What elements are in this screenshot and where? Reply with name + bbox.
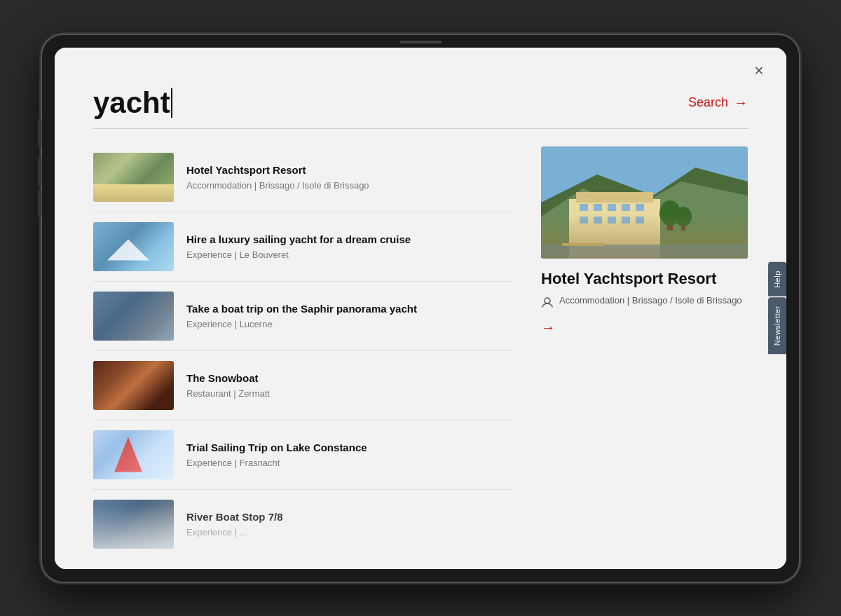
help-tab-label: Help	[773, 271, 781, 288]
result-info-3: Take a boat trip on the Saphir panorama …	[186, 302, 513, 329]
result-item-3[interactable]: Take a boat trip on the Saphir panorama …	[93, 282, 513, 351]
preview-title: Hotel Yachtsport Resort	[541, 270, 748, 288]
preview-meta-text: Accommodation | Brissago / Isole di Bris…	[559, 295, 742, 306]
modal-content: × yacht Search →	[55, 48, 786, 569]
result-item-4[interactable]: The Snowboat Restaurant | Zermatt	[93, 351, 513, 420]
result-item-1[interactable]: Hotel Yachtsport Resort Accommodation | …	[93, 143, 513, 212]
result-info-5: Trial Sailing Trip on Lake Constance Exp…	[186, 441, 513, 468]
result-title-3: Take a boat trip on the Saphir panorama …	[186, 302, 513, 316]
help-tab[interactable]: Help	[768, 262, 786, 296]
newsletter-tab-label: Newsletter	[773, 306, 781, 345]
search-button[interactable]: Search →	[688, 95, 748, 111]
accommodation-icon	[541, 296, 554, 308]
svg-rect-9	[636, 204, 644, 211]
result-thumb-5	[93, 430, 174, 479]
svg-rect-11	[594, 217, 602, 224]
screen: × yacht Search →	[55, 48, 786, 569]
svg-point-19	[675, 207, 692, 226]
result-meta-1: Accommodation | Brissago / Isole di Bris…	[186, 180, 513, 191]
result-item-5[interactable]: Trial Sailing Trip on Lake Constance Exp…	[93, 420, 513, 490]
newsletter-tab[interactable]: Newsletter	[768, 297, 786, 354]
results-area: Hotel Yachtsport Resort Accommodation | …	[55, 129, 786, 569]
result-meta-3: Experience | Lucerne	[186, 319, 513, 329]
svg-rect-4	[576, 192, 653, 203]
svg-rect-15	[541, 245, 748, 259]
search-query-text: yacht	[93, 86, 170, 120]
result-info-2: Hire a luxury sailing yacht for a dream …	[186, 233, 513, 260]
svg-rect-5	[580, 204, 588, 211]
svg-rect-8	[622, 204, 630, 211]
result-meta-6: Experience | ...	[186, 527, 513, 538]
result-info-4: The Snowboat Restaurant | Zermatt	[186, 371, 513, 399]
search-arrow-icon: →	[734, 95, 748, 111]
preview-image-svg	[541, 146, 748, 259]
search-button-label: Search	[688, 95, 728, 110]
svg-rect-14	[636, 217, 644, 224]
result-info-6: River Boat Stop 7/8 Experience | ...	[186, 510, 513, 538]
result-title-5: Trial Sailing Trip on Lake Constance	[186, 441, 513, 455]
result-thumb-3	[93, 292, 174, 341]
result-title-2: Hire a luxury sailing yacht for a dream …	[186, 233, 513, 247]
search-input-wrapper: yacht Search →	[93, 86, 748, 129]
preview-image	[541, 146, 748, 259]
result-item-6[interactable]: River Boat Stop 7/8 Experience | ...	[93, 490, 513, 559]
cursor-blink	[171, 88, 172, 118]
result-thumb-4	[93, 361, 174, 410]
svg-point-21	[545, 298, 550, 303]
result-thumb-1	[93, 153, 174, 202]
preview-meta: Accommodation | Brissago / Isole di Bris…	[541, 295, 748, 308]
search-area: yacht Search →	[55, 48, 786, 129]
result-title-6: River Boat Stop 7/8	[186, 510, 513, 524]
svg-rect-16	[667, 217, 673, 231]
result-meta-2: Experience | Le Bouveret	[186, 249, 513, 260]
result-meta-5: Experience | Frasnacht	[186, 458, 513, 468]
svg-rect-20	[562, 243, 604, 246]
result-title-4: The Snowboat	[186, 371, 513, 385]
svg-rect-10	[580, 217, 588, 224]
side-tabs: Help Newsletter	[768, 262, 786, 355]
search-query-display: yacht	[93, 86, 172, 120]
close-button[interactable]: ×	[748, 60, 770, 81]
result-info-1: Hotel Yachtsport Resort Accommodation | …	[186, 163, 513, 191]
result-thumb-2	[93, 222, 174, 271]
svg-rect-18	[681, 220, 685, 231]
result-title-1: Hotel Yachtsport Resort	[186, 163, 513, 177]
svg-rect-12	[608, 217, 616, 224]
device-frame: × yacht Search →	[42, 35, 799, 582]
result-thumb-6	[93, 500, 174, 549]
result-meta-4: Restaurant | Zermatt	[186, 388, 513, 399]
preview-more-link[interactable]: →	[541, 320, 555, 336]
result-item-2[interactable]: Hire a luxury sailing yacht for a dream …	[93, 212, 513, 282]
preview-panel: Hotel Yachtsport Resort Accommodation | …	[541, 143, 748, 569]
svg-rect-13	[622, 217, 630, 224]
svg-rect-7	[608, 204, 616, 211]
svg-rect-6	[594, 204, 602, 211]
results-list: Hotel Yachtsport Resort Accommodation | …	[93, 143, 520, 569]
